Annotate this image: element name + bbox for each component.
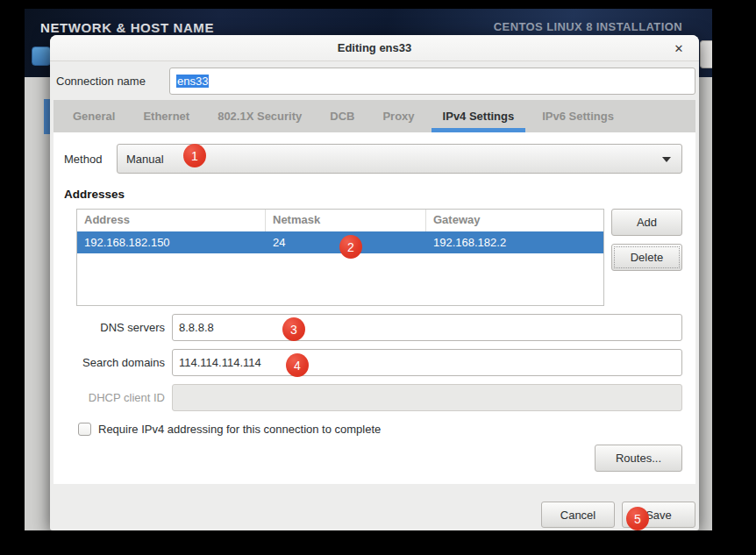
method-value: Manual [126, 153, 164, 166]
dialog-footer: Cancel Save [50, 484, 699, 530]
dns-servers-input[interactable] [172, 314, 682, 341]
add-button[interactable]: Add [611, 209, 682, 236]
column-header-address: Address [77, 210, 266, 231]
dialog-title: Editing ens33 [338, 41, 412, 54]
column-header-gateway: Gateway [426, 210, 603, 231]
close-icon[interactable]: ✕ [670, 39, 688, 57]
settings-tabbar: General Ethernet 802.1X Security DCB Pro… [53, 100, 695, 132]
edit-connection-dialog: Editing ens33 ✕ Connection name ens33 Ge… [50, 35, 699, 530]
step-badge-3: 3 [282, 317, 305, 341]
chevron-down-icon [662, 157, 671, 162]
column-header-netmask: Netmask [266, 210, 426, 231]
background-selected-row-fragment [44, 99, 50, 134]
tab-ipv4-settings[interactable]: IPv4 Settings [429, 100, 529, 132]
routes-button[interactable]: Routes... [595, 445, 682, 472]
routes-row: Routes... [53, 445, 682, 472]
connection-name-row: Connection name ens33 [50, 61, 699, 100]
tab-ethernet[interactable]: Ethernet [129, 100, 203, 132]
connection-name-label: Connection name [56, 75, 169, 88]
dns-servers-row: DNS servers [53, 314, 682, 341]
step-badge-1: 1 [183, 144, 206, 167]
require-ipv4-row: Require IPv4 addressing for this connect… [78, 423, 682, 436]
tab-proxy[interactable]: Proxy [368, 100, 428, 132]
step-badge-5: 5 [626, 507, 649, 530]
require-ipv4-checkbox[interactable] [78, 423, 91, 436]
address-cell: 192.168.182.150 [77, 236, 266, 249]
search-domains-input[interactable] [172, 349, 682, 376]
dns-servers-label: DNS servers [53, 321, 172, 334]
connection-name-value: ens33 [176, 75, 209, 88]
method-label: Method [64, 153, 117, 166]
spoke-title: NETWORK & HOST NAME [40, 20, 214, 35]
ipv4-settings-page: Method Manual Addresses Address Netmask … [53, 132, 695, 484]
dialog-titlebar: Editing ens33 ✕ [50, 35, 699, 61]
tab-ipv6-settings[interactable]: IPv6 Settings [528, 100, 628, 132]
search-domains-row: Search domains [53, 349, 682, 376]
step-badge-2: 2 [339, 235, 362, 259]
dhcp-client-id-row: DHCP client ID [53, 384, 682, 411]
gateway-cell: 192.168.182.2 [426, 236, 603, 249]
require-ipv4-label: Require IPv4 addressing for this connect… [98, 423, 381, 436]
dhcp-client-id-label: DHCP client ID [53, 391, 172, 404]
connection-name-input[interactable]: ens33 [169, 68, 695, 95]
addresses-table: Address Netmask Gateway 192.168.182.150 … [76, 209, 604, 306]
background-gray-button-fragment [700, 40, 712, 68]
delete-button[interactable]: Delete [611, 244, 682, 271]
background-blue-button-fragment [32, 46, 51, 66]
addresses-section-label: Addresses [64, 188, 695, 201]
method-row: Method Manual [64, 144, 682, 174]
tab-8021x-security[interactable]: 802.1X Security [203, 100, 316, 132]
installer-title: CENTOS LINUX 8 INSTALLATION [494, 20, 682, 33]
search-domains-label: Search domains [53, 356, 172, 369]
tab-general[interactable]: General [59, 100, 129, 132]
addresses-table-header: Address Netmask Gateway [77, 210, 603, 231]
tab-dcb[interactable]: DCB [316, 100, 368, 132]
addresses-buttons: Add Delete [611, 209, 682, 306]
step-badge-4: 4 [286, 353, 309, 377]
dhcp-client-id-input [172, 384, 682, 411]
cancel-button[interactable]: Cancel [541, 502, 615, 528]
addresses-section: Address Netmask Gateway 192.168.182.150 … [76, 209, 682, 306]
